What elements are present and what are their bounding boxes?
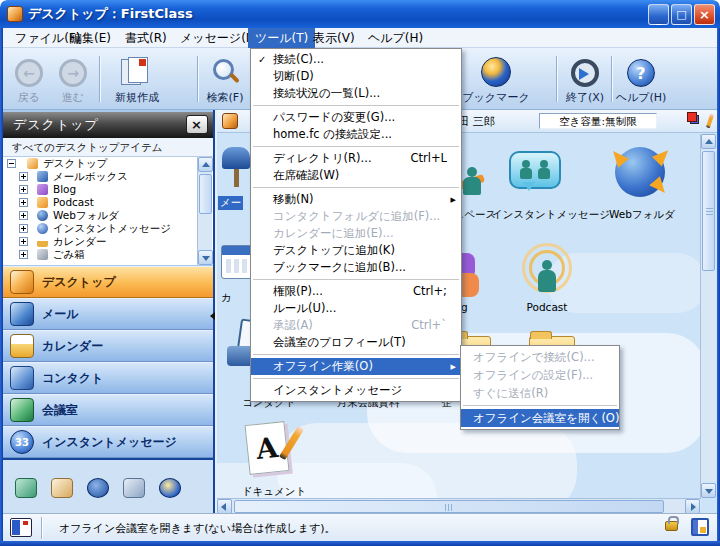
back-icon: ← <box>15 59 43 87</box>
calendar-label[interactable]: カ <box>221 291 232 305</box>
websearch-mini-icon[interactable] <box>159 478 181 498</box>
mailbox-icon[interactable] <box>222 147 252 187</box>
menu-item-add-contact-folder[interactable]: コンタクトフォルダに追加(F)... <box>251 208 461 225</box>
vertical-scroll-thumb[interactable] <box>702 151 715 271</box>
web-folder-label[interactable]: Webフォルダ <box>602 208 682 222</box>
conference-mini-icon[interactable] <box>15 478 37 498</box>
menu-item-approve[interactable]: 承認(A) Ctrl+` <box>251 317 461 334</box>
menu-format[interactable]: 書式(R) <box>118 28 174 48</box>
webfolder-mini-icon[interactable] <box>87 478 109 498</box>
menu-edit[interactable]: 編集(E) <box>63 28 118 48</box>
nav-calendar[interactable]: カレンダー <box>3 330 213 362</box>
contact-mini-icon[interactable] <box>123 478 145 498</box>
sidebar-close-button[interactable]: × <box>186 115 208 134</box>
tree-item-trash[interactable]: ごみ箱 <box>3 248 213 261</box>
submenu-item-offline-connect[interactable]: オフラインで接続(C)... <box>461 348 619 366</box>
new-document-button[interactable]: 新規作成 <box>105 51 169 107</box>
tree-item-im[interactable]: インスタントメッセージ <box>3 222 213 235</box>
tree-item-desktop[interactable]: デスクトップ <box>3 157 213 170</box>
submenu-item-open-offline-conference[interactable]: オフライン会議室を開く(O) <box>461 409 619 427</box>
menu-item-add-calendar[interactable]: カレンダーに追加(E)... <box>251 225 461 242</box>
tree-scrollbar[interactable] <box>197 157 212 265</box>
scroll-right-button[interactable] <box>685 499 700 513</box>
window-title: デスクトップ：FirstClass <box>28 5 193 23</box>
panel-toggle-icon[interactable] <box>10 518 32 537</box>
tree-item-calendar[interactable]: カレンダー <box>3 235 213 248</box>
tree-scroll-down[interactable] <box>198 250 213 265</box>
tree-item-podcast[interactable]: Podcast <box>3 196 213 209</box>
menu-item-rules[interactable]: ルール(U)... <box>251 300 461 317</box>
maximize-button[interactable]: □ <box>671 4 692 25</box>
workspace-palette-icon[interactable] <box>690 115 699 124</box>
nav-conference[interactable]: 会議室 <box>3 394 213 426</box>
submenu-item-offline-settings[interactable]: オフラインの設定(F)... <box>461 366 619 384</box>
menu-help[interactable]: ヘルプ(H) <box>361 28 430 48</box>
menu-item-connection-list[interactable]: 接続状況の一覧(L)... <box>251 85 461 102</box>
mailbox-label[interactable]: メー <box>218 196 243 210</box>
podcast-label[interactable]: Podcast <box>515 301 579 313</box>
menu-item-connect[interactable]: ✓ 接続(C)... <box>251 51 461 68</box>
expand-icon[interactable] <box>19 250 28 259</box>
forward-button[interactable]: → 進む <box>52 51 94 107</box>
expand-icon[interactable] <box>19 237 28 246</box>
tree-item-webfolder[interactable]: Webフォルダ <box>3 209 213 222</box>
scroll-left-button[interactable] <box>217 499 232 513</box>
document-icon[interactable]: A <box>243 421 295 479</box>
nav-mail[interactable]: メール <box>3 298 213 330</box>
sidebar-collapse-arrow[interactable] <box>206 312 215 320</box>
document-label[interactable]: ドキュメント <box>237 485 311 498</box>
minimize-button[interactable]: _ <box>648 4 669 25</box>
edit-pencil-icon[interactable] <box>706 114 714 129</box>
document-mini-icon[interactable] <box>51 478 73 498</box>
menu-view[interactable]: 表示(V) <box>306 28 362 48</box>
tree-scroll-up[interactable] <box>198 157 213 172</box>
scroll-down-button[interactable] <box>701 483 716 498</box>
layout-icon[interactable] <box>691 518 709 536</box>
expand-icon[interactable] <box>19 198 28 207</box>
new-document-label: 新規作成 <box>115 90 159 105</box>
menu-item-change-password[interactable]: パスワードの変更(G)... <box>251 109 461 126</box>
sidebar-icon-row <box>3 460 213 513</box>
back-button[interactable]: ← 戻る <box>8 51 50 107</box>
podcast-icon[interactable] <box>520 248 574 300</box>
menu-item-directory[interactable]: ディレクトリ(R)... Ctrl+L <box>251 150 461 167</box>
menu-item-move[interactable]: 移動(N) ▶ <box>251 191 461 208</box>
vertical-scrollbar[interactable] <box>700 134 716 498</box>
bookmark-button[interactable]: ブックマーク <box>455 51 537 107</box>
menu-item-label: 接続状況の一覧(L)... <box>273 86 380 100</box>
tree-scroll-thumb[interactable] <box>199 174 212 214</box>
nav-contact[interactable]: コンタクト <box>3 362 213 394</box>
collapse-icon[interactable] <box>7 159 16 168</box>
menu-item-disconnect[interactable]: 切断(D) <box>251 68 461 85</box>
instant-message-label[interactable]: インスタントメッセージ <box>492 208 597 222</box>
tree-item-mailbox[interactable]: メールボックス <box>3 170 213 183</box>
horizontal-scroll-thumb[interactable] <box>234 500 664 513</box>
menu-item-offline-work[interactable]: オフライン作業(O) ▶ <box>251 358 461 375</box>
exit-button[interactable]: 終了(X) <box>561 51 609 107</box>
expand-icon[interactable] <box>19 211 28 220</box>
exit-icon <box>571 59 599 87</box>
help-button[interactable]: ? ヘルプ(H) <box>615 51 667 107</box>
menu-item-instant-message[interactable]: インスタントメッセージ <box>251 382 461 399</box>
search-button[interactable]: 検索(F) <box>203 51 247 107</box>
web-folder-icon[interactable] <box>615 147 665 197</box>
menu-item-add-bookmark[interactable]: ブックマークに追加(B)... <box>251 259 461 276</box>
horizontal-scrollbar[interactable] <box>217 498 701 513</box>
instant-message-icon[interactable] <box>509 151 561 189</box>
menu-item-add-desktop[interactable]: デスクトップに追加(K) <box>251 242 461 259</box>
window-border <box>0 541 720 546</box>
nav-instant-message[interactable]: 33 インスタントメッセージ <box>3 426 213 458</box>
nav-desktop[interactable]: デスクトップ <box>3 266 213 298</box>
menu-item-homefc-settings[interactable]: home.fc の接続設定... <box>251 126 461 143</box>
menu-item-conference-profile[interactable]: 会議室のプロフィール(T) <box>251 334 461 351</box>
submenu-item-send-now[interactable]: すぐに送信(R) <box>461 384 619 402</box>
tree-item-blog[interactable]: Blog <box>3 183 213 196</box>
expand-icon[interactable] <box>19 172 28 181</box>
expand-icon[interactable] <box>19 185 28 194</box>
menu-bar: ファイル(F) 編集(E) 書式(R) メッセージ(M) ツール(T) 表示(V… <box>3 28 717 48</box>
close-button[interactable]: × <box>694 4 715 25</box>
menu-item-presence[interactable]: 在席確認(W) <box>251 167 461 184</box>
expand-icon[interactable] <box>19 224 28 233</box>
menu-item-permissions[interactable]: 権限(P)... Ctrl+; <box>251 283 461 300</box>
scroll-up-button[interactable] <box>701 134 716 149</box>
